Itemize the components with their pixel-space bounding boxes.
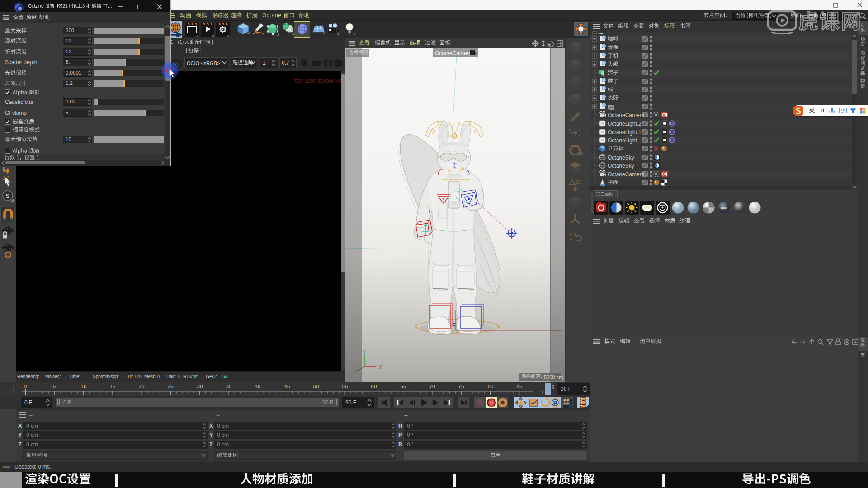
svg-text:R: R [570,237,573,241]
svg-text:MIX: MIX [721,206,727,210]
svg-text:X: X [379,365,382,370]
svg-text:Y: Y [363,350,366,355]
svg-text:P S: P S [570,232,576,237]
svg-text:S: S [6,192,10,199]
svg-text:P: P [553,399,557,406]
